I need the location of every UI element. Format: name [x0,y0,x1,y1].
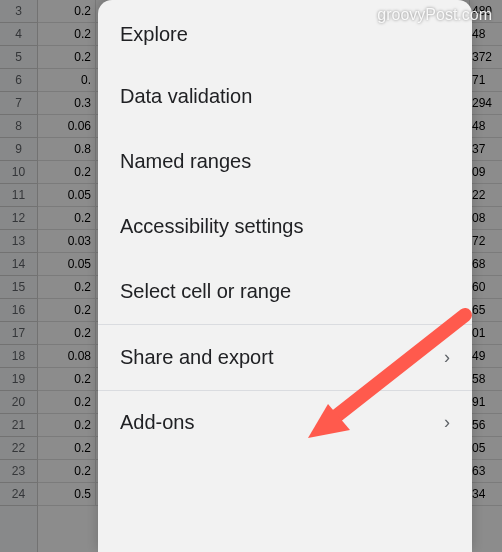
cell: 0.03 [38,230,96,252]
cell: 0.06 [38,115,96,137]
cell: 48 [470,23,502,45]
cell: 0.2 [38,23,96,45]
menu-label: Add-ons [120,411,195,434]
row-header: 20 [0,391,37,414]
row-header: 7 [0,92,37,115]
watermark-text: groovyPost.com [377,6,492,24]
menu-label: Share and export [120,346,273,369]
row-header: 18 [0,345,37,368]
cell: 0.2 [38,161,96,183]
row-header: 21 [0,414,37,437]
cell: 0.05 [38,253,96,275]
row-header: 12 [0,207,37,230]
row-header: 11 [0,184,37,207]
cell: 0.2 [38,460,96,482]
row-header: 16 [0,299,37,322]
cell: 58 [470,368,502,390]
chevron-right-icon: › [444,412,450,433]
cell: 0.2 [38,207,96,229]
cell: 05 [470,437,502,459]
cell: 0.2 [38,46,96,68]
cell: 37 [470,138,502,160]
cell: 34 [470,483,502,505]
cell: 0.5 [38,483,96,505]
cell: 60 [470,276,502,298]
row-header: 22 [0,437,37,460]
cell: 48 [470,115,502,137]
cell: 49 [470,345,502,367]
menu-item-data-validation[interactable]: Data validation [98,64,472,129]
row-header: 15 [0,276,37,299]
cell: 63 [470,460,502,482]
row-header: 5 [0,46,37,69]
cell: 65 [470,299,502,321]
row-header: 6 [0,69,37,92]
menu-label: Select cell or range [120,280,291,303]
menu-label: Named ranges [120,150,251,173]
row-header: 3 [0,0,37,23]
cell: 0.2 [38,391,96,413]
cell: 0.08 [38,345,96,367]
row-header: 10 [0,161,37,184]
row-header: 23 [0,460,37,483]
row-header: 9 [0,138,37,161]
cell: 0.2 [38,368,96,390]
cell: 0.2 [38,322,96,344]
menu-label: Accessibility settings [120,215,303,238]
cell: 0.2 [38,299,96,321]
chevron-right-icon: › [444,347,450,368]
cell: 294 [470,92,502,114]
row-headers: 3456789101112131415161718192021222324 [0,0,38,552]
row-header: 8 [0,115,37,138]
menu-item-select-cell-or-range[interactable]: Select cell or range [98,259,472,324]
cell: 01 [470,322,502,344]
cell: 0.8 [38,138,96,160]
cell: 72 [470,230,502,252]
cell: 68 [470,253,502,275]
menu-label: Data validation [120,85,252,108]
bottom-sheet-menu: Explore Data validation Named ranges Acc… [98,0,472,552]
menu-item-share-and-export[interactable]: Share and export › [98,325,472,390]
cell: 56 [470,414,502,436]
menu-label: Explore [120,23,188,46]
cell: 09 [470,161,502,183]
row-header: 17 [0,322,37,345]
cell: 91 [470,391,502,413]
cell: 0.05 [38,184,96,206]
cell: 0.3 [38,92,96,114]
cell: 0.2 [38,0,96,22]
menu-item-accessibility-settings[interactable]: Accessibility settings [98,194,472,259]
cell: 22 [470,184,502,206]
menu-item-add-ons[interactable]: Add-ons › [98,391,472,453]
cell: 0.2 [38,276,96,298]
cell: 08 [470,207,502,229]
menu-item-named-ranges[interactable]: Named ranges [98,129,472,194]
row-header: 19 [0,368,37,391]
cell: 0. [38,69,96,91]
row-header: 4 [0,23,37,46]
cell: 0.2 [38,437,96,459]
cell: 71 [470,69,502,91]
row-header: 14 [0,253,37,276]
cell: 0.2 [38,414,96,436]
row-header: 24 [0,483,37,506]
cell: 372 [470,46,502,68]
row-header: 13 [0,230,37,253]
